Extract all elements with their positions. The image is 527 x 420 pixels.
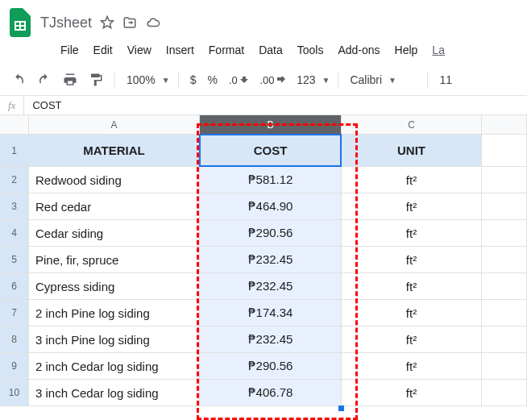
cell[interactable] <box>482 193 527 220</box>
percent-button[interactable]: % <box>205 73 221 86</box>
cell[interactable] <box>482 326 527 353</box>
move-icon[interactable] <box>122 15 137 30</box>
table-row: 3 inch Pine log siding₱232.45ft² <box>29 326 527 353</box>
table-row: Cedar siding₱290.56ft² <box>29 220 527 247</box>
row-header[interactable]: 7 <box>0 300 29 326</box>
font-size[interactable]: 11 <box>436 73 455 86</box>
menu-data[interactable]: Data <box>253 40 288 60</box>
sheets-logo[interactable] <box>8 6 32 39</box>
decrease-decimal-icon[interactable]: .0 <box>226 71 251 89</box>
cell[interactable]: ₱581.12 <box>200 167 342 193</box>
star-icon[interactable] <box>100 15 114 30</box>
caret-down-icon: ▼ <box>322 76 330 85</box>
cell[interactable]: ft² <box>342 326 482 353</box>
menu-file[interactable]: File <box>55 40 85 60</box>
menu-format[interactable]: Format <box>203 40 250 60</box>
cell[interactable]: ft² <box>342 300 482 326</box>
cell[interactable]: ft² <box>342 273 482 300</box>
col-header[interactable]: C <box>342 115 482 135</box>
menu-last-edit[interactable]: La <box>426 40 450 60</box>
font-dropdown[interactable]: Calibri ▼ <box>346 73 419 86</box>
table-row: 2 inch Cedar log siding₱290.56ft² <box>29 353 527 380</box>
cell[interactable]: ft² <box>342 167 482 193</box>
currency-button[interactable]: $ <box>187 73 200 86</box>
cell[interactable]: 2 inch Cedar log siding <box>29 353 200 380</box>
cell[interactable]: ₱174.34 <box>200 300 342 326</box>
col-header[interactable]: B <box>200 115 342 135</box>
cell[interactable]: COST <box>200 135 342 167</box>
cell[interactable]: ₱232.45 <box>200 326 342 353</box>
cell[interactable] <box>482 353 527 380</box>
cloud-icon[interactable] <box>145 15 161 30</box>
row-header[interactable]: 4 <box>0 220 29 247</box>
cell[interactable]: Redwood siding <box>29 167 200 193</box>
undo-icon[interactable] <box>8 69 29 90</box>
cell[interactable]: ft² <box>342 247 482 273</box>
col-header[interactable]: A <box>29 115 200 135</box>
menu-edit[interactable]: Edit <box>88 40 118 60</box>
menu-help[interactable]: Help <box>389 40 424 60</box>
redo-icon[interactable] <box>34 69 55 90</box>
row-header[interactable]: 6 <box>0 273 29 300</box>
formula-input[interactable]: COST <box>24 99 69 111</box>
row-header[interactable]: 3 <box>0 193 29 220</box>
cell[interactable]: ft² <box>342 353 482 380</box>
cell[interactable]: ft² <box>342 380 482 406</box>
cell[interactable] <box>482 167 527 193</box>
cell[interactable]: ₱406.78 <box>200 380 342 406</box>
cell[interactable]: UNIT <box>342 135 482 167</box>
separator <box>427 72 428 88</box>
cell[interactable]: ₱290.56 <box>200 353 342 380</box>
increase-decimal-icon[interactable]: .00 <box>256 71 288 89</box>
cell[interactable] <box>482 220 527 247</box>
menu-view[interactable]: View <box>122 40 157 60</box>
row-header[interactable]: 5 <box>0 247 29 273</box>
row-header[interactable]: 8 <box>0 326 29 353</box>
cell[interactable] <box>482 300 527 326</box>
document-title[interactable]: TJsheet <box>40 15 92 31</box>
menubar: File Edit View Insert Format Data Tools … <box>0 40 527 60</box>
cell[interactable] <box>482 135 527 167</box>
cell[interactable] <box>482 273 527 300</box>
cell[interactable]: 3 inch Cedar log siding <box>29 380 200 406</box>
table-row: MATERIAL COST UNIT <box>29 135 527 167</box>
select-all-corner[interactable] <box>0 115 29 135</box>
cell[interactable]: Pine, fir, spruce <box>29 247 200 273</box>
cell[interactable] <box>482 380 527 406</box>
menu-tools[interactable]: Tools <box>292 40 330 60</box>
table-row: Redwood siding₱581.12ft² <box>29 167 527 193</box>
row-header[interactable]: 9 <box>0 353 29 380</box>
cell[interactable]: ₱464.90 <box>200 193 342 220</box>
cell[interactable]: Cedar siding <box>29 220 200 247</box>
cell[interactable]: Cypress siding <box>29 273 200 300</box>
table-row: 3 inch Cedar log siding₱406.78ft² <box>29 380 527 406</box>
row-header[interactable]: 2 <box>0 167 29 193</box>
number-format-dropdown[interactable]: 123 ▼ <box>293 73 330 86</box>
cell[interactable]: 2 inch Pine log siding <box>29 300 200 326</box>
toolbar: 100% ▼ $ % .0 .00 123 ▼ Calibri ▼ 11 <box>0 64 527 96</box>
menu-addons[interactable]: Add-ons <box>332 40 385 60</box>
separator <box>114 72 115 88</box>
cell[interactable] <box>482 247 527 273</box>
col-header[interactable] <box>482 115 527 135</box>
print-icon[interactable] <box>60 69 81 90</box>
caret-down-icon: ▼ <box>162 76 170 85</box>
cell[interactable]: Red cedar <box>29 193 200 220</box>
menu-insert[interactable]: Insert <box>160 40 200 60</box>
cell[interactable]: 3 inch Pine log siding <box>29 326 200 353</box>
cell[interactable]: ft² <box>342 193 482 220</box>
table-row: Pine, fir, spruce₱232.45ft² <box>29 247 527 273</box>
fill-handle[interactable] <box>338 405 344 411</box>
table-row: Red cedar₱464.90ft² <box>29 193 527 220</box>
zoom-dropdown[interactable]: 100% ▼ <box>123 73 170 86</box>
cell[interactable]: ₱290.56 <box>200 220 342 247</box>
caret-down-icon: ▼ <box>388 76 396 85</box>
paint-format-icon[interactable] <box>85 69 106 90</box>
cell[interactable]: ft² <box>342 220 482 247</box>
table-row: 2 inch Pine log siding₱174.34ft² <box>29 300 527 326</box>
row-header[interactable]: 10 <box>0 380 29 406</box>
cell[interactable]: MATERIAL <box>29 135 200 167</box>
cell[interactable]: ₱232.45 <box>200 247 342 273</box>
cell[interactable]: ₱232.45 <box>200 273 342 300</box>
row-header[interactable]: 1 <box>0 135 29 167</box>
